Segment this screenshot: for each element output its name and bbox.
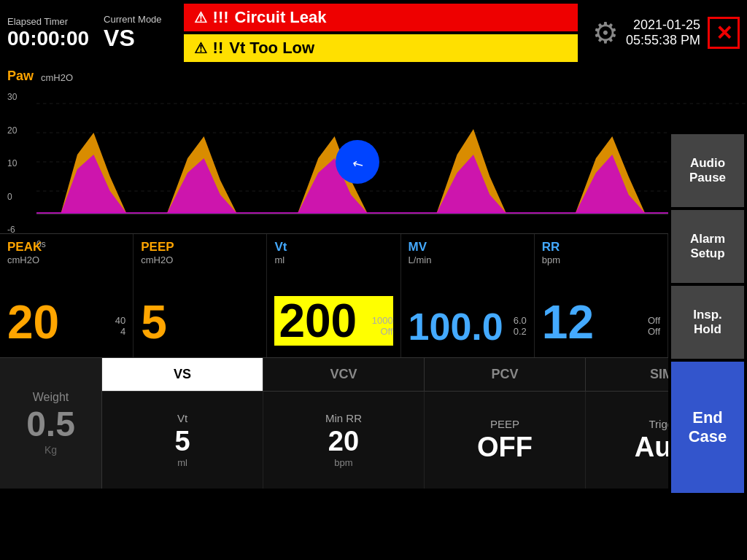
param-peep-value: OFF (477, 432, 533, 463)
alarm-setup-button[interactable]: Alarm Setup (671, 210, 744, 283)
svg-marker-15 (576, 155, 645, 213)
y-label-20: 20 (7, 125, 36, 136)
metric-peep[interactable]: PEEP cmH2O 5 (133, 234, 267, 357)
weight-panel: Weight 0.5 Kg (0, 358, 102, 489)
chart-unit: cmH2O (41, 69, 73, 88)
weight-unit: Kg (44, 444, 57, 456)
alert-icon-1: ⚠ (194, 9, 207, 26)
cursor-arrow-icon: ↖ (349, 155, 366, 174)
param-vt[interactable]: Vt 5 ml (102, 392, 263, 489)
elapsed-block: Elapsed Timer 00:00:00 (7, 16, 89, 50)
rr-sub: Off Off (648, 315, 660, 337)
y-axis: 30 20 10 0 -6 (7, 89, 36, 235)
mode-block: Current Mode VS (104, 14, 161, 52)
mv-sub: 6.0 0.2 (514, 315, 527, 337)
peak-value: 20 (7, 299, 125, 351)
metric-peak[interactable]: PEAK cmH2O 20 40 4 (0, 234, 133, 357)
current-mode-label: Current Mode (104, 14, 161, 25)
top-bar: Elapsed Timer 00:00:00 Current Mode VS ⚠… (0, 0, 747, 66)
mv-label: MV (409, 240, 527, 254)
peak-label: PEAK (7, 240, 125, 254)
metric-rr[interactable]: RR bpm 12 Off Off (535, 234, 668, 357)
top-right: ⚙ 2021-01-25 05:55:38 PM ✕ (592, 16, 740, 50)
alerts-block: ⚠ !!! Circuit Leak ⚠ !! Vt Too Low (184, 4, 578, 62)
date-display: 2021-01-25 (633, 18, 700, 33)
stop-x-mark: ✕ (716, 21, 732, 45)
vt-unit: ml (274, 254, 392, 265)
tab-vcv[interactable]: VCV (263, 358, 425, 391)
metric-vt[interactable]: Vt ml 200 1000 Off (267, 234, 400, 357)
vt-sub2: Off (372, 326, 393, 337)
param-vt-unit: ml (177, 457, 187, 468)
tab-pcv[interactable]: PCV (425, 358, 586, 391)
stop-icon: ✕ (708, 17, 740, 49)
right-buttons: Audio Pause Alarm Setup Insp. Hold End C… (668, 131, 747, 496)
param-vt-value: 5 (174, 426, 190, 457)
param-minrr-label: Min RR (325, 412, 362, 424)
alert-prefix-2: !! (213, 39, 224, 58)
mv-sub2: 0.2 (514, 326, 527, 337)
mv-value: 100.0 (409, 308, 527, 351)
peep-label: PEEP (141, 240, 259, 254)
param-vt-label: Vt (177, 412, 187, 424)
alert-circuit-leak[interactable]: ⚠ !!! Circuit Leak (184, 4, 578, 31)
mv-sub1: 6.0 (514, 315, 527, 326)
cursor-indicator: ↖ (336, 140, 379, 184)
param-peep[interactable]: PEEP OFF (425, 392, 586, 489)
mode-params: Vt 5 ml Min RR 20 bpm PEEP OFF Trigger A… (102, 392, 747, 489)
gear-icon[interactable]: ⚙ (592, 16, 619, 50)
end-case-button[interactable]: End Case (671, 362, 744, 493)
weight-value: 0.5 (26, 404, 75, 444)
peep-unit: cmH2O (141, 254, 259, 265)
peak-sub1: 40 (115, 315, 125, 326)
param-peep-label: PEEP (490, 418, 519, 430)
rr-sub1: Off (648, 315, 660, 326)
vt-sub1: 1000 (372, 315, 393, 326)
bottom-section: Weight 0.5 Kg VS VCV PCV SIMV Vt 5 ml Mi… (0, 357, 747, 489)
chart-wrapper: 30 20 10 0 -6 (7, 89, 747, 257)
metric-mv[interactable]: MV L/min 100.0 6.0 0.2 (401, 234, 535, 357)
peak-unit: cmH2O (7, 254, 125, 265)
chart-title: Paw (7, 69, 34, 88)
peep-value: 5 (141, 299, 259, 351)
audio-pause-button[interactable]: Audio Pause (671, 134, 744, 207)
param-minrr-unit: bpm (334, 457, 352, 468)
alert-text-2: Vt Too Low (229, 39, 314, 58)
vt-value: 200 (279, 295, 357, 347)
vt-label: Vt (274, 240, 392, 254)
param-minrr-value: 20 (328, 426, 359, 457)
param-minrr[interactable]: Min RR 20 bpm (263, 392, 425, 489)
peak-sub2: 4 (115, 326, 125, 337)
rr-label: RR (542, 240, 660, 254)
y-label-10: 10 (7, 158, 36, 168)
elapsed-time: 00:00:00 (7, 27, 89, 50)
rr-value: 12 (542, 299, 660, 351)
rr-sub2: Off (648, 326, 660, 337)
y-label-30: 30 (7, 92, 36, 102)
mode-panel: VS VCV PCV SIMV Vt 5 ml Min RR 20 bpm PE… (102, 358, 747, 489)
mode-tabs: VS VCV PCV SIMV (102, 358, 747, 392)
alert-vt-too-low[interactable]: ⚠ !! Vt Too Low (184, 34, 578, 62)
current-mode-value: VS (104, 25, 161, 52)
alert-icon-2: ⚠ (194, 39, 207, 57)
insp-hold-button[interactable]: Insp. Hold (671, 286, 744, 359)
alert-text-1: Circuit Leak (235, 8, 327, 27)
peak-sub: 40 4 (115, 315, 125, 337)
chart-plot-area: 0s 10 20 ↖ (36, 89, 747, 257)
chart-svg (36, 89, 747, 235)
tab-vs[interactable]: VS (102, 358, 263, 391)
y-label-0: 0 (7, 192, 36, 202)
elapsed-label: Elapsed Timer (7, 16, 89, 27)
main-area: Paw cmH2O 30 20 10 0 -6 (0, 66, 747, 357)
time-display: 05:55:38 PM (626, 33, 700, 48)
rr-unit: bpm (542, 254, 660, 265)
metrics-row: PEAK cmH2O 20 40 4 PEEP cmH2O 5 Vt ml 20… (0, 233, 668, 357)
datetime-block: 2021-01-25 05:55:38 PM (626, 18, 700, 48)
weight-label: Weight (33, 391, 69, 404)
mv-unit: L/min (409, 254, 527, 265)
vt-sub: 1000 Off (372, 315, 393, 337)
alert-prefix-1: !!! (213, 8, 229, 27)
